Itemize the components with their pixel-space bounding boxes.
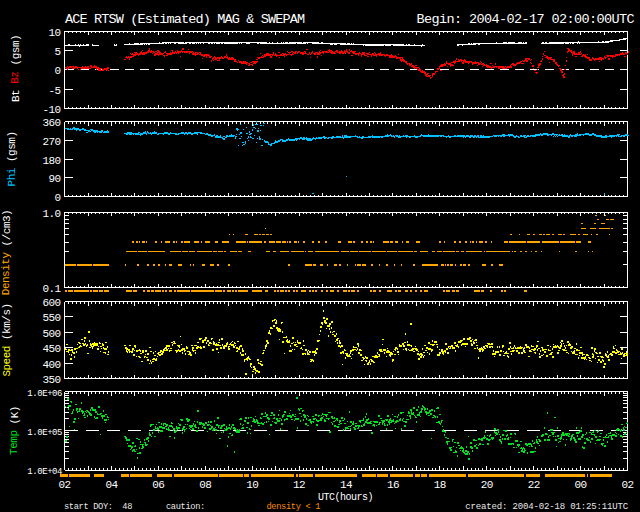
svg-text:Bt: Bt [10, 84, 22, 102]
svg-text:04: 04 [105, 479, 118, 491]
svg-text:22: 22 [528, 479, 540, 491]
svg-text:caution:: caution: [166, 502, 205, 512]
svg-text:start DOY: 48: start DOY: 48 [64, 502, 132, 512]
svg-text:0.1: 0.1 [42, 283, 61, 295]
svg-text:270: 270 [42, 136, 60, 148]
svg-text:Begin: 2004-02-17 02:00:00UTC: Begin: 2004-02-17 02:00:00UTC [416, 12, 634, 27]
svg-text:Phi: Phi [7, 167, 19, 186]
svg-text:16: 16 [387, 479, 399, 491]
svg-text:ACE RTSW (Estimated) MAG & SWE: ACE RTSW (Estimated) MAG & SWEPAM [65, 12, 305, 27]
svg-text:10: 10 [48, 27, 60, 39]
svg-text:180: 180 [42, 155, 60, 167]
svg-text:450: 450 [42, 343, 60, 355]
svg-text:500: 500 [42, 328, 60, 340]
svg-text:02: 02 [58, 479, 70, 491]
svg-text:12: 12 [293, 479, 305, 491]
svg-text:20: 20 [481, 479, 493, 491]
svg-text:10: 10 [246, 479, 258, 491]
svg-text:(gsm): (gsm) [10, 35, 22, 72]
svg-text:density < 1: density < 1 [267, 502, 321, 512]
svg-text:(km/s): (km/s) [2, 303, 14, 346]
svg-text:1.0E+04: 1.0E+04 [27, 467, 62, 477]
svg-text:360: 360 [42, 117, 60, 129]
svg-text:0: 0 [54, 65, 60, 77]
svg-text:(/cm3): (/cm3) [1, 210, 13, 253]
svg-text:1.0: 1.0 [42, 208, 60, 220]
svg-text:350: 350 [42, 374, 60, 386]
svg-text:550: 550 [42, 312, 60, 324]
svg-text:400: 400 [42, 359, 60, 371]
svg-text:-5: -5 [48, 85, 60, 97]
svg-text:(K): (K) [9, 406, 21, 430]
svg-text:UTC(hours): UTC(hours) [318, 492, 373, 503]
svg-text:Speed: Speed [2, 346, 14, 377]
svg-text:-10: -10 [42, 104, 60, 116]
svg-text:00: 00 [575, 479, 587, 491]
svg-text:90: 90 [48, 173, 60, 185]
svg-text:1.0E+06: 1.0E+06 [27, 389, 62, 399]
svg-text:5: 5 [54, 46, 60, 58]
svg-text:08: 08 [199, 479, 211, 491]
svg-text:02: 02 [621, 479, 633, 491]
svg-text:(gsm): (gsm) [7, 131, 19, 168]
svg-text:14: 14 [340, 479, 353, 491]
svg-text:18: 18 [434, 479, 446, 491]
svg-text:1.0E+05: 1.0E+05 [27, 428, 62, 438]
svg-text:Temp: Temp [9, 430, 21, 454]
svg-text:600: 600 [42, 297, 60, 309]
svg-text:Bz: Bz [10, 72, 22, 84]
svg-text:0: 0 [54, 192, 60, 204]
svg-text:created: 2004-02-18 01:25:11UT: created: 2004-02-18 01:25:11UTC [465, 502, 629, 512]
svg-text:06: 06 [152, 479, 164, 491]
svg-text:Density: Density [1, 252, 13, 296]
